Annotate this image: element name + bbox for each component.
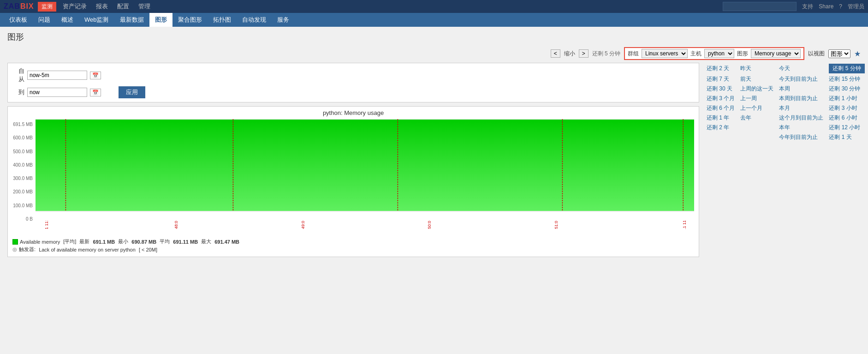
x-time-mid1: 11:48:00 xyxy=(174,221,178,229)
shortcut-col1-2[interactable]: 还剩 30 天 xyxy=(704,84,737,94)
shortcut-row-1: 还剩 7 天 前天 今天到目前为止 还剩 15 分钟 xyxy=(704,74,868,84)
shortcut-col2-2[interactable]: 上周的这一天 xyxy=(737,84,776,94)
shortcut-col2-5[interactable]: 去年 xyxy=(737,113,776,123)
shortcut-col4-7[interactable]: 还剩 1 天 xyxy=(826,132,867,142)
nav-next-btn[interactable]: > xyxy=(579,49,589,58)
y-label-6: 100.0 MB xyxy=(8,203,33,208)
chart-panel: 自从 📅 到 📅 应用 python: Memory usage 691 xyxy=(7,63,699,257)
shortcut-col1-0[interactable]: 还剩 2 天 xyxy=(704,63,737,74)
nav-topology[interactable]: 拓扑图 xyxy=(208,13,237,27)
from-label: 自从 xyxy=(13,67,24,84)
monitor-button[interactable]: 监测 xyxy=(38,2,56,12)
nav-agg[interactable]: 聚合图形 xyxy=(172,13,208,27)
legend-latest-val: 691.1 MB xyxy=(91,239,116,245)
shortcut-col4-2[interactable]: 还剩 30 分钟 xyxy=(826,84,867,94)
nav-web[interactable]: Web监测 xyxy=(79,13,114,27)
from-calendar-btn[interactable]: 📅 xyxy=(90,72,101,79)
page-title: 图形 xyxy=(7,31,861,42)
top-menu-config[interactable]: 配置 xyxy=(113,0,134,13)
shortcut-col1-7 xyxy=(704,132,737,142)
y-label-1: 600.0 MB xyxy=(8,135,33,140)
x-time-mid2: 11:49:00 xyxy=(300,221,305,229)
y-label-0: 691.5 MB xyxy=(8,122,33,127)
x-time-mid4: 11:51:00 xyxy=(553,221,558,229)
user-link[interactable]: 管理员 xyxy=(848,3,864,11)
shortcut-col4-4[interactable]: 还剩 3 小时 xyxy=(826,103,867,113)
shortcut-col2-0[interactable]: 昨天 xyxy=(737,63,776,74)
top-menu-report[interactable]: 报表 xyxy=(91,0,113,13)
chart-wrapper: 691.5 MB 600.0 MB 500.0 MB 400.0 MB 300.… xyxy=(8,117,699,235)
legend-max-val: 691.47 MB xyxy=(213,239,239,245)
y-label-2: 500.0 MB xyxy=(8,149,33,154)
y-label-3: 400.0 MB xyxy=(8,162,33,168)
legend-latest-label: 最新 xyxy=(79,238,89,245)
shortcut-col2-1[interactable]: 前天 xyxy=(737,74,776,84)
to-calendar-btn[interactable]: 📅 xyxy=(90,89,101,96)
second-nav: 仪表板 问题 概述 Web监测 最新数据 图形 聚合图形 拓扑图 自动发现 服务 xyxy=(0,13,868,27)
legend-trigger: ◎ 触发器: Lack of available memory on serve… xyxy=(12,246,694,253)
shortcut-col3-0[interactable]: 今天 xyxy=(776,63,826,74)
graph-label: 图形 xyxy=(737,50,748,58)
trigger-label: 触发器: xyxy=(19,246,36,253)
shortcut-col3-1[interactable]: 今天到目前为止 xyxy=(776,74,826,84)
date-range-panel: 自从 📅 到 📅 应用 xyxy=(7,63,699,102)
host-select[interactable]: python xyxy=(704,49,734,58)
shortcut-col3-5[interactable]: 这个月到目前为止 xyxy=(776,113,826,123)
y-label-7: 0 B xyxy=(8,216,33,222)
favorite-btn[interactable]: ★ xyxy=(854,49,861,58)
top-menu-admin[interactable]: 管理 xyxy=(134,0,155,13)
legend-min-val: 690.87 MB xyxy=(130,239,158,245)
shortcut-col1-3[interactable]: 还剩 3 个月 xyxy=(704,94,737,103)
zoom-back-label: 还剩 5 分钟 xyxy=(592,50,620,58)
legend-avg-val: 691.11 MB xyxy=(172,239,199,245)
nav-problems[interactable]: 问题 xyxy=(33,13,56,27)
shortcut-col2-3[interactable]: 上一周 xyxy=(737,94,776,103)
share-link[interactable]: Share xyxy=(819,3,833,10)
shortcut-col1-4[interactable]: 还剩 6 个月 xyxy=(704,103,737,113)
shortcut-col3-7[interactable]: 今年到目前为止 xyxy=(776,132,826,142)
nav-latest[interactable]: 最新数据 xyxy=(114,13,149,27)
search-box[interactable] xyxy=(723,2,797,11)
shortcut-row-7: 今年到目前为止 还剩 1 天 xyxy=(704,132,868,142)
shortcut-col2-6 xyxy=(737,123,776,132)
legend-name-0: Available memory xyxy=(20,239,60,245)
from-input[interactable] xyxy=(27,71,87,80)
nav-dashboard[interactable]: 仪表板 xyxy=(4,13,33,27)
top-menu-asset[interactable]: 资产记录 xyxy=(58,0,91,13)
logo: ZABBIX xyxy=(4,2,34,11)
legend-item-0: Available memory [平均] 最新 691.1 MB 最小 690… xyxy=(12,238,694,245)
shortcut-col4-6[interactable]: 还剩 12 小时 xyxy=(826,123,867,132)
shortcut-col2-4[interactable]: 上一个月 xyxy=(737,103,776,113)
graph-select[interactable]: Memory usage xyxy=(751,49,801,58)
to-input[interactable] xyxy=(27,88,87,97)
top-right-bar: 支持 Share ? 管理员 xyxy=(723,2,864,11)
shortcut-col3-3[interactable]: 本周到目前为止 xyxy=(776,94,826,103)
shortcut-col3-2[interactable]: 本周 xyxy=(776,84,826,94)
shortcut-col1-6[interactable]: 还剩 2 年 xyxy=(704,123,737,132)
chart-area: python: Memory usage 691.5 MB 600.0 MB 5… xyxy=(7,106,699,257)
nav-service[interactable]: 服务 xyxy=(272,13,295,27)
time-shortcuts: 还剩 2 天 昨天 今天 还剩 5 分钟 还剩 7 天 前天 今天到目前为止 还… xyxy=(704,63,861,257)
shortcut-col3-6[interactable]: 本年 xyxy=(776,123,826,132)
nav-graphs[interactable]: 图形 xyxy=(149,13,172,27)
shortcut-col3-4[interactable]: 本月 xyxy=(776,103,826,113)
chart-legend: Available memory [平均] 最新 691.1 MB 最小 690… xyxy=(8,235,699,257)
view-select[interactable]: 图形 xyxy=(828,49,850,58)
host-label: 主机 xyxy=(690,50,702,58)
help-link[interactable]: ? xyxy=(839,3,842,10)
nav-overview[interactable]: 概述 xyxy=(56,13,79,27)
nav-discovery[interactable]: 自动发现 xyxy=(237,13,272,27)
zoom-label: 缩小 xyxy=(564,50,575,58)
shortcut-col1-5[interactable]: 还剩 1 年 xyxy=(704,113,737,123)
support-link[interactable]: 支持 xyxy=(802,3,813,11)
shortcut-col4-5[interactable]: 还剩 6 小时 xyxy=(826,113,867,123)
shortcut-col1-1[interactable]: 还剩 7 天 xyxy=(704,74,737,84)
group-label: 群组 xyxy=(628,50,639,58)
apply-btn[interactable]: 应用 xyxy=(119,86,145,98)
shortcut-col4-1[interactable]: 还剩 15 分钟 xyxy=(826,74,867,84)
x-time-mid3: 11:50:00 xyxy=(427,221,432,229)
shortcut-col4-0[interactable]: 还剩 5 分钟 xyxy=(826,63,867,74)
nav-prev-btn[interactable]: < xyxy=(551,49,560,58)
group-select[interactable]: Linux servers xyxy=(642,49,688,58)
shortcut-col4-3[interactable]: 还剩 1 小时 xyxy=(826,94,867,103)
